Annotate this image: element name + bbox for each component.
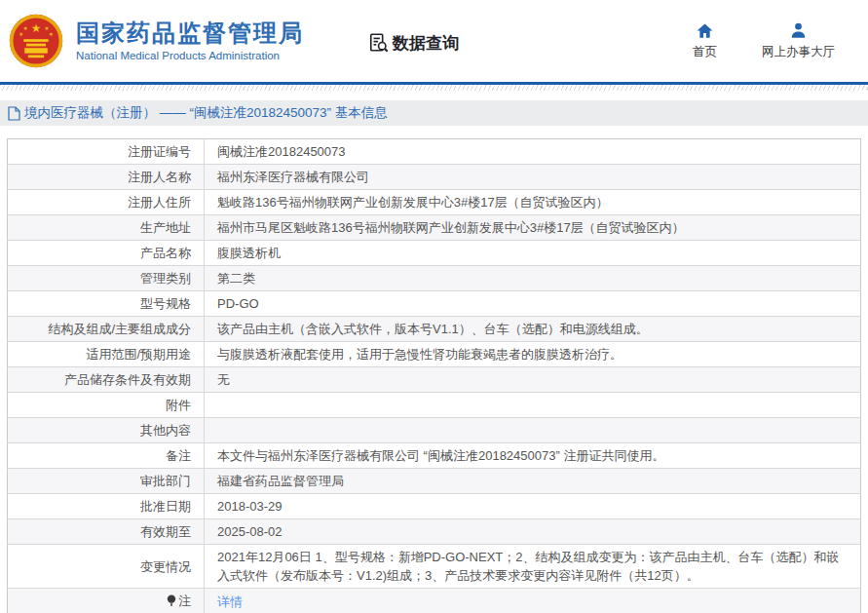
row-value (205, 393, 861, 418)
row-value: 无 (205, 367, 861, 393)
user-icon (789, 21, 808, 40)
table-row: 产品名称腹膜透析机 (8, 241, 861, 266)
info-table-body: 注册证编号闽械注准20182450073注册人名称福州东泽医疗器械有限公司注册人… (8, 139, 861, 613)
row-label: 注册人名称 (8, 165, 205, 190)
svg-text:★: ★ (44, 25, 49, 31)
breadcrumb: 境内医疗器械（注册） —— “闽械注准20182450073” 基本信息 (0, 100, 868, 126)
table-row: 其他内容 (8, 418, 861, 443)
row-value: 该产品由主机（含嵌入式软件，版本号V1.1）、台车（选配）和电源线组成。 (205, 317, 861, 342)
row-label: 注 (8, 589, 205, 613)
page-title: 境内医疗器械（注册） —— “闽械注准20182450073” 基本信息 (24, 104, 388, 122)
registration-info-table: 注册证编号闽械注准20182450073注册人名称福州东泽医疗器械有限公司注册人… (7, 138, 861, 613)
note-balloon-icon (166, 594, 177, 612)
data-query-section[interactable]: 数据查询 (368, 32, 459, 55)
table-row: 适用范围/预期用途与腹膜透析液配套使用，适用于急慢性肾功能衰竭患者的腹膜透析治疗… (8, 342, 861, 367)
row-label: 适用范围/预期用途 (8, 342, 205, 367)
hatch-strip (0, 85, 868, 91)
table-row: 注详情 (8, 589, 861, 613)
table-row: 型号规格PD-GO (8, 291, 861, 317)
table-row: 注册人住所魁岐路136号福州物联网产业创新发展中心3#楼17层（自贸试验区内） (8, 190, 861, 215)
row-value: 2025-08-02 (205, 519, 861, 545)
row-value: 福建省药品监督管理局 (205, 469, 861, 494)
org-names: 国家药品监督管理局 National Medical Products Admi… (76, 19, 304, 63)
org-name-zh: 国家药品监督管理局 (76, 19, 304, 47)
nav-service-hall-label: 网上办事大厅 (762, 44, 835, 60)
table-row: 结构及组成/主要组成成分该产品由主机（含嵌入式软件，版本号V1.1）、台车（选配… (8, 317, 861, 342)
row-value: 福州东泽医疗器械有限公司 (205, 165, 861, 190)
table-row: 备注本文件与福州东泽医疗器械有限公司 “闽械注准20182450073” 注册证… (8, 443, 861, 469)
row-label: 附件 (8, 393, 205, 418)
table-row: 审批部门福建省药品监督管理局 (8, 469, 861, 494)
row-value: 与腹膜透析液配套使用，适用于急慢性肾功能衰竭患者的腹膜透析治疗。 (205, 342, 861, 367)
row-label: 注册证编号 (8, 139, 205, 165)
row-value: PD-GO (205, 291, 861, 317)
row-label: 结构及组成/主要组成成分 (8, 317, 205, 342)
table-row: 管理类别第二类 (8, 266, 861, 291)
row-label: 型号规格 (8, 291, 205, 317)
row-label: 批准日期 (8, 494, 205, 519)
table-row: 附件 (8, 393, 861, 418)
nav-home-label: 首页 (693, 44, 717, 60)
row-label: 管理类别 (8, 266, 205, 291)
svg-text:★: ★ (49, 31, 54, 37)
nav-service-hall[interactable]: 网上办事大厅 (762, 21, 835, 60)
home-icon (696, 21, 714, 40)
row-label: 产品名称 (8, 241, 205, 266)
table-row: 产品储存条件及有效期无 (8, 367, 861, 393)
detail-link[interactable]: 详情 (217, 594, 243, 609)
table-row: 注册证编号闽械注准20182450073 (8, 139, 861, 165)
row-value: 腹膜透析机 (205, 241, 861, 266)
row-label: 其他内容 (8, 418, 205, 443)
org-name-en: National Medical Products Administration (76, 49, 304, 63)
table-row: 生产地址福州市马尾区魁岐路136号福州物联网产业创新发展中心3#楼17层（自贸试… (8, 215, 861, 241)
row-value: 2021年12月06日 1、型号规格：新增PD-GO-NEXT；2、结构及组成变… (205, 545, 861, 589)
data-query-label: 数据查询 (393, 32, 459, 55)
row-value (205, 418, 861, 443)
document-search-icon (368, 32, 390, 54)
row-label: 产品储存条件及有效期 (8, 367, 205, 393)
table-row: 有效期至2025-08-02 (8, 519, 861, 545)
nav-home[interactable]: 首页 (693, 21, 717, 60)
row-value: 第二类 (205, 266, 861, 291)
table-row: 注册人名称福州东泽医疗器械有限公司 (8, 165, 861, 190)
row-value: 本文件与福州东泽医疗器械有限公司 “闽械注准20182450073” 注册证共同… (205, 443, 861, 469)
row-label: 注册人住所 (8, 190, 205, 215)
row-label: 生产地址 (8, 215, 205, 241)
row-value: 福州市马尾区魁岐路136号福州物联网产业创新发展中心3#楼17层（自贸试验区内） (205, 215, 861, 241)
row-value: 详情 (205, 589, 861, 613)
page-doc-icon (8, 106, 20, 121)
row-label: 审批部门 (8, 469, 205, 494)
row-value: 2018-03-29 (205, 494, 861, 519)
row-label: 备注 (8, 443, 205, 469)
row-value: 闽械注准20182450073 (205, 139, 861, 165)
row-label: 有效期至 (8, 519, 205, 545)
table-row: 变更情况2021年12月06日 1、型号规格：新增PD-GO-NEXT；2、结构… (8, 545, 861, 589)
national-emblem-icon: ★ ★ ★ ★ ★ (8, 13, 64, 69)
svg-text:★: ★ (31, 21, 42, 34)
nmpa-logo[interactable]: ★ ★ ★ ★ ★ 国家药品监督管理局 National Medical Pro… (8, 13, 304, 69)
page-header: ★ ★ ★ ★ ★ 国家药品监督管理局 National Medical Pro… (0, 0, 868, 82)
svg-text:★: ★ (19, 31, 23, 37)
svg-text:★: ★ (23, 25, 28, 31)
table-row: 批准日期2018-03-29 (8, 494, 861, 519)
row-label: 变更情况 (8, 545, 205, 589)
row-value: 魁岐路136号福州物联网产业创新发展中心3#楼17层（自贸试验区内） (205, 190, 861, 215)
